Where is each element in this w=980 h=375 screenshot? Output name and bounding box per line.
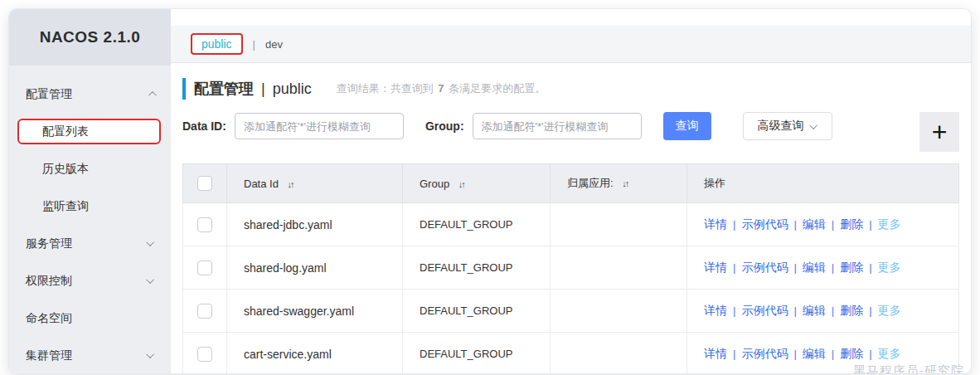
namespace-dev-tab[interactable]: dev bbox=[265, 38, 283, 51]
advanced-search-button[interactable]: 高级查询 bbox=[743, 112, 832, 140]
data-id-cell: shared-jdbc.yaml bbox=[227, 203, 403, 246]
query-result-prefix: 查询结果：共查询到 bbox=[337, 82, 434, 95]
column-header-operations: 操作 bbox=[687, 164, 959, 203]
action-sample-code-link[interactable]: 示例代码 bbox=[741, 217, 788, 231]
sidebar-item-label: 历史版本 bbox=[42, 162, 89, 177]
config-table: Data Id ↓↑ Group ↓↑ 归属应用: ↓↑ 操作 bbox=[182, 163, 959, 374]
namespace-public-tab[interactable]: public bbox=[191, 33, 243, 55]
operations-cell: 详情|示例代码|编辑|删除|更多 bbox=[687, 203, 959, 246]
nacos-console-window: NACOS 2.1.0 配置管理 配置列表 历史版本 监听查询 服务管理 权限控… bbox=[8, 8, 972, 374]
action-detail-link[interactable]: 详情 bbox=[704, 347, 727, 360]
action-sample-code-link[interactable]: 示例代码 bbox=[741, 347, 788, 360]
main-content: public | dev 配置管理 | public 查询结果：共查询到 7 条… bbox=[171, 9, 971, 373]
namespace-bar: public | dev bbox=[171, 26, 971, 63]
application-cell bbox=[551, 203, 687, 246]
sidebar-item-label: 监听查询 bbox=[42, 199, 89, 214]
query-result-suffix: 条满足要求的配置。 bbox=[449, 82, 546, 95]
action-delete-link[interactable]: 删除 bbox=[840, 347, 863, 360]
row-checkbox[interactable] bbox=[197, 304, 212, 319]
select-all-checkbox[interactable] bbox=[197, 176, 212, 191]
query-result-summary: 查询结果：共查询到 7 条满足要求的配置。 bbox=[337, 81, 546, 96]
group-input[interactable] bbox=[473, 113, 642, 139]
column-header-data-id[interactable]: Data Id ↓↑ bbox=[227, 164, 403, 203]
operations-cell: 详情|示例代码|编辑|删除|更多 bbox=[687, 290, 959, 333]
page-header: 配置管理 | public 查询结果：共查询到 7 条满足要求的配置。 bbox=[182, 76, 971, 101]
action-detail-link[interactable]: 详情 bbox=[704, 261, 727, 274]
add-config-button[interactable]: + bbox=[919, 112, 959, 152]
row-checkbox[interactable] bbox=[197, 217, 212, 232]
data-id-cell: cart-service.yaml bbox=[227, 333, 403, 375]
action-edit-link[interactable]: 编辑 bbox=[803, 347, 826, 360]
page-title: 配置管理 | public bbox=[194, 79, 312, 99]
sidebar-item-label: 权限控制 bbox=[26, 274, 72, 289]
query-form: Data ID: Group: 查询 高级查询 + bbox=[182, 112, 959, 155]
action-more-link[interactable]: 更多 bbox=[878, 347, 901, 360]
application-cell bbox=[551, 246, 687, 290]
action-delete-link[interactable]: 删除 bbox=[840, 261, 863, 274]
search-button[interactable]: 查询 bbox=[663, 112, 711, 140]
action-more-link[interactable]: 更多 bbox=[878, 217, 901, 231]
action-more-link[interactable]: 更多 bbox=[878, 261, 901, 274]
group-cell: DEFAULT_GROUP bbox=[403, 203, 551, 246]
sidebar-item-permission-control[interactable]: 权限控制 bbox=[9, 262, 171, 300]
sort-icon: ↓↑ bbox=[622, 178, 628, 188]
action-delete-link[interactable]: 删除 bbox=[840, 304, 863, 317]
data-id-cell: shared-swagger.yaml bbox=[227, 290, 403, 333]
sort-icon: ↓↑ bbox=[458, 179, 464, 189]
application-cell bbox=[551, 290, 687, 333]
data-id-input[interactable] bbox=[235, 113, 404, 139]
action-edit-link[interactable]: 编辑 bbox=[803, 304, 826, 317]
sidebar-item-namespace[interactable]: 命名空间 bbox=[9, 300, 171, 337]
sidebar-item-config-management[interactable]: 配置管理 bbox=[9, 75, 171, 113]
sidebar-item-label: 配置列表 bbox=[42, 124, 89, 139]
page-title-main: 配置管理 bbox=[194, 79, 254, 99]
action-delete-link[interactable]: 删除 bbox=[840, 217, 863, 231]
data-id-label: Data ID: bbox=[182, 112, 226, 140]
sidebar-item-label: 命名空间 bbox=[26, 311, 72, 326]
application-cell bbox=[551, 333, 687, 375]
action-edit-link[interactable]: 编辑 bbox=[803, 261, 826, 274]
row-checkbox[interactable] bbox=[197, 347, 212, 362]
operations-cell: 详情|示例代码|编辑|删除|更多 bbox=[687, 333, 959, 375]
query-result-count: 7 bbox=[438, 82, 444, 95]
sidebar: NACOS 2.1.0 配置管理 配置列表 历史版本 监听查询 服务管理 权限控… bbox=[9, 9, 171, 373]
action-more-link[interactable]: 更多 bbox=[878, 304, 901, 317]
table-header-row: Data Id ↓↑ Group ↓↑ 归属应用: ↓↑ 操作 bbox=[183, 164, 959, 203]
operations-cell: 详情|示例代码|编辑|删除|更多 bbox=[687, 246, 959, 290]
column-header-application[interactable]: 归属应用: ↓↑ bbox=[551, 164, 687, 203]
sidebar-item-label: 配置管理 bbox=[26, 87, 72, 102]
sidebar-item-service-management[interactable]: 服务管理 bbox=[9, 225, 171, 262]
sort-icon: ↓↑ bbox=[288, 179, 294, 189]
action-detail-link[interactable]: 详情 bbox=[704, 217, 727, 231]
chevron-down-icon bbox=[146, 275, 154, 284]
group-cell: DEFAULT_GROUP bbox=[403, 246, 551, 290]
sidebar-item-label: 集群管理 bbox=[26, 348, 72, 363]
plus-icon: + bbox=[932, 117, 948, 147]
action-sample-code-link[interactable]: 示例代码 bbox=[741, 304, 788, 317]
page-title-divider: | bbox=[261, 80, 265, 98]
action-sample-code-link[interactable]: 示例代码 bbox=[741, 261, 788, 274]
sidebar-item-label: 服务管理 bbox=[26, 236, 72, 251]
action-edit-link[interactable]: 编辑 bbox=[803, 217, 826, 231]
group-cell: DEFAULT_GROUP bbox=[403, 333, 551, 375]
header-checkbox-cell bbox=[183, 164, 227, 203]
advanced-search-label: 高级查询 bbox=[758, 119, 804, 134]
action-detail-link[interactable]: 详情 bbox=[704, 304, 727, 317]
sidebar-item-listening-query[interactable]: 监听查询 bbox=[9, 188, 171, 225]
column-header-group[interactable]: Group ↓↑ bbox=[403, 164, 551, 203]
chevron-up-icon bbox=[148, 91, 157, 100]
page-title-namespace: public bbox=[273, 80, 312, 98]
sidebar-item-cluster-management[interactable]: 集群管理 bbox=[9, 337, 171, 374]
app-title: NACOS 2.1.0 bbox=[9, 9, 171, 66]
row-checkbox[interactable] bbox=[197, 261, 212, 275]
sidebar-item-history-versions[interactable]: 历史版本 bbox=[9, 150, 171, 188]
table-row: shared-swagger.yaml DEFAULT_GROUP 详情|示例代… bbox=[183, 290, 959, 333]
namespace-separator: | bbox=[253, 38, 255, 51]
table-row: cart-service.yaml DEFAULT_GROUP 详情|示例代码|… bbox=[183, 333, 959, 375]
table-row: shared-jdbc.yaml DEFAULT_GROUP 详情|示例代码|编… bbox=[183, 203, 959, 246]
chevron-down-icon bbox=[809, 121, 817, 129]
title-accent-bar bbox=[182, 78, 186, 100]
table-row: shared-log.yaml DEFAULT_GROUP 详情|示例代码|编辑… bbox=[183, 246, 959, 290]
chevron-down-icon bbox=[146, 350, 154, 358]
sidebar-item-config-list[interactable]: 配置列表 bbox=[17, 119, 161, 144]
